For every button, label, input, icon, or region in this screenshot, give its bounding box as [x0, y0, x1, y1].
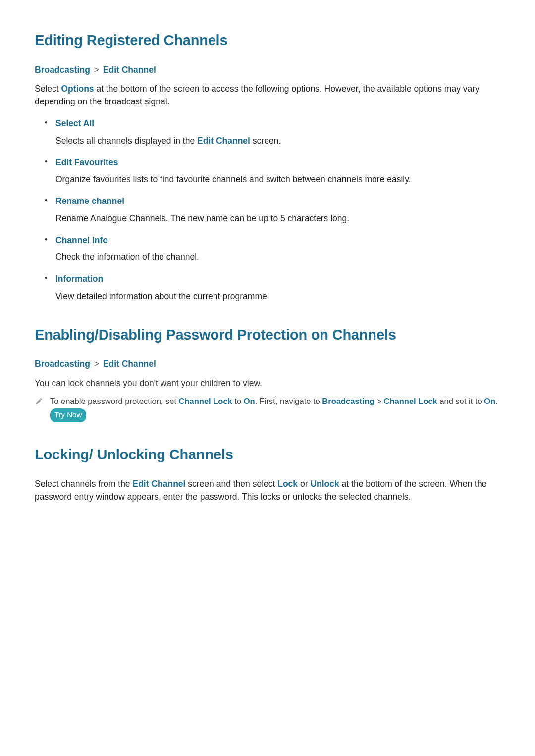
section-lock-unlock: Locking/ Unlocking Channels Select chann… — [35, 444, 500, 504]
heading-password-protection: Enabling/Disabling Password Protection o… — [35, 324, 500, 346]
intro-text-part: at the bottom of the screen to access th… — [35, 84, 480, 106]
lock-keyword: Lock — [277, 479, 298, 489]
breadcrumb: Broadcasting > Edit Channel — [35, 357, 500, 370]
text: . — [495, 397, 498, 405]
option-rename-channel: Rename channel Rename Analogue Channels.… — [45, 195, 500, 225]
option-desc: Rename Analogue Channels. The new name c… — [55, 213, 349, 223]
breadcrumb-item: Edit Channel — [103, 65, 156, 75]
text: or — [298, 479, 310, 489]
unlock-keyword: Unlock — [310, 479, 339, 489]
option-title: Channel Info — [55, 234, 500, 247]
option-information: Information View detailed information ab… — [45, 272, 500, 302]
breadcrumb-separator: > — [374, 397, 384, 405]
breadcrumb-separator: > — [94, 65, 99, 75]
pwd-intro-line: You can lock channels you don't want you… — [35, 377, 500, 390]
breadcrumb-item: Broadcasting — [35, 65, 90, 75]
section-editing-channels: Editing Registered Channels Broadcasting… — [35, 30, 500, 302]
text: Select channels from the — [35, 479, 132, 489]
note-row: To enable password protection, set Chann… — [35, 395, 500, 422]
text: To enable password protection, set — [50, 397, 179, 405]
breadcrumb-item: Edit Channel — [103, 359, 156, 369]
channel-lock-keyword: Channel Lock — [179, 397, 232, 405]
text: screen and then select — [185, 479, 277, 489]
pencil-icon — [35, 396, 43, 404]
breadcrumb-item: Broadcasting — [35, 359, 90, 369]
option-desc: Check the information of the channel. — [55, 252, 199, 262]
option-channel-info: Channel Info Check the information of th… — [45, 234, 500, 264]
try-now-button[interactable]: Try Now — [50, 408, 86, 422]
breadcrumb: Broadcasting > Edit Channel — [35, 63, 500, 76]
option-select-all: Select All Selects all channels displaye… — [45, 117, 500, 147]
option-edit-favourites: Edit Favourites Organize favourites list… — [45, 156, 500, 186]
section-password-protection: Enabling/Disabling Password Protection o… — [35, 324, 500, 422]
on-keyword: On — [244, 397, 255, 405]
text: Selects all channels displayed in the — [55, 136, 197, 146]
edit-channel-keyword: Edit Channel — [132, 479, 185, 489]
channel-lock-keyword: Channel Lock — [384, 397, 437, 405]
heading-lock-unlock: Locking/ Unlocking Channels — [35, 444, 500, 466]
option-title: Rename channel — [55, 195, 500, 207]
broadcasting-keyword: Broadcasting — [322, 397, 374, 405]
option-title: Edit Favourites — [55, 156, 500, 169]
options-list: Select All Selects all channels displaye… — [35, 117, 500, 302]
option-desc: View detailed information about the curr… — [55, 291, 269, 301]
options-keyword: Options — [61, 84, 94, 94]
text: and set it to — [437, 397, 484, 405]
breadcrumb-separator: > — [94, 359, 99, 369]
option-desc: Selects all channels displayed in the Ed… — [55, 136, 281, 146]
option-title: Information — [55, 272, 500, 285]
text: . First, navigate to — [255, 397, 322, 405]
intro-text-part: Select — [35, 84, 61, 94]
text: screen. — [250, 136, 281, 146]
on-keyword: On — [484, 397, 495, 405]
text: to — [232, 397, 244, 405]
heading-edit-channels: Editing Registered Channels — [35, 30, 500, 51]
edit-channel-keyword: Edit Channel — [197, 136, 250, 146]
lock-body-text: Select channels from the Edit Channel sc… — [35, 477, 500, 504]
option-desc: Organize favourites lists to find favour… — [55, 174, 411, 184]
note-text: To enable password protection, set Chann… — [50, 395, 500, 422]
intro-text: Select Options at the bottom of the scre… — [35, 82, 500, 108]
option-title: Select All — [55, 117, 500, 130]
